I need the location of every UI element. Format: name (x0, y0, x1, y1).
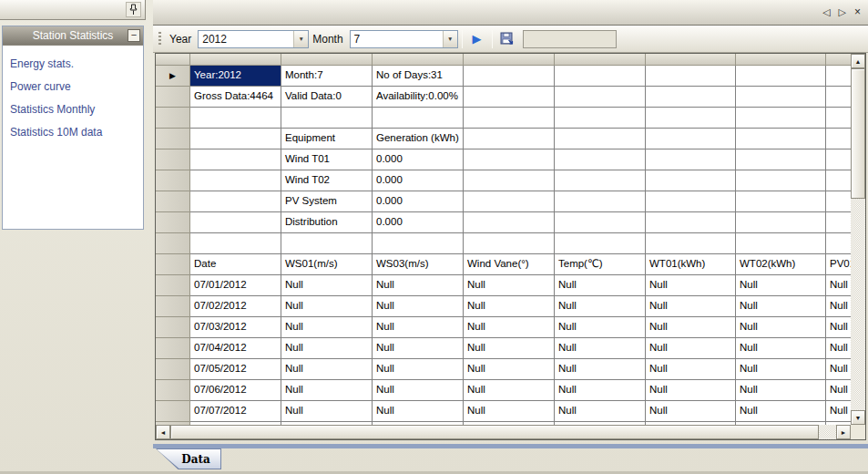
grid-cell[interactable]: Null (555, 317, 646, 338)
grid-cell[interactable] (826, 149, 851, 170)
grid-cell[interactable]: Null (646, 275, 736, 296)
grid-cell[interactable]: Null (373, 275, 464, 296)
grid-cell[interactable] (190, 212, 281, 233)
grid-cell[interactable]: Null (464, 359, 555, 380)
grid-cell[interactable] (555, 170, 646, 191)
grid-cell[interactable]: Null (826, 296, 851, 317)
vertical-scrollbar[interactable]: ▲ ▼ (851, 54, 865, 425)
corner-header[interactable] (156, 54, 190, 66)
grid-cell[interactable] (826, 191, 851, 212)
grid-cell[interactable]: Null (555, 380, 646, 401)
grid-cell[interactable]: Date (190, 254, 281, 275)
close-tab-icon[interactable]: × (854, 6, 861, 18)
grid-cell[interactable]: Null (464, 380, 555, 401)
year-combobox[interactable]: 2012 ▼ (198, 30, 309, 48)
column-header[interactable] (736, 54, 826, 66)
grid-cell[interactable]: Null (281, 359, 373, 380)
grid-cell[interactable]: Wind T01 (281, 149, 373, 170)
grid-cell[interactable] (826, 212, 851, 233)
grid-cell[interactable]: 07/05/2012 (190, 359, 281, 380)
grid-cell[interactable] (736, 212, 826, 233)
row-header[interactable] (156, 170, 190, 191)
sidebar-item-statistics-10m-data[interactable]: Statistics 10M data (3, 121, 143, 144)
grid-cell[interactable] (464, 191, 555, 212)
grid-cell[interactable]: Null (281, 317, 373, 338)
scroll-down-icon[interactable]: ▼ (851, 410, 865, 425)
grid-cell[interactable]: 07/07/2012 (190, 401, 281, 422)
grid-cell[interactable]: Generation (kWh) (373, 129, 464, 149)
grid-cell[interactable] (464, 129, 555, 149)
grid-cell[interactable] (736, 66, 826, 87)
grid-cell[interactable]: WS03(m/s) (373, 254, 464, 275)
grid-cell[interactable]: WT01(kWh) (646, 254, 736, 275)
grid-cell[interactable]: Null (555, 296, 646, 317)
grid-cell[interactable] (464, 212, 555, 233)
month-combobox[interactable]: 7 ▼ (350, 30, 458, 48)
sidebar-item-power-curve[interactable]: Power curve (3, 76, 143, 98)
row-header[interactable] (156, 275, 190, 296)
toolbar-grip[interactable] (158, 32, 161, 46)
row-header[interactable] (156, 87, 190, 108)
grid-cell[interactable]: Null (555, 275, 646, 296)
grid-cell[interactable] (736, 191, 826, 212)
grid-cell[interactable]: Null (281, 401, 373, 422)
grid-cell[interactable] (464, 87, 555, 108)
grid-cell[interactable] (555, 108, 646, 129)
toolbar-textbox[interactable] (523, 30, 617, 48)
grid-cell[interactable]: Null (464, 317, 555, 338)
grid-cell[interactable]: Null (464, 275, 555, 296)
grid-cell[interactable]: Wind T02 (281, 170, 373, 191)
grid-cell[interactable] (826, 66, 851, 87)
grid-cell[interactable] (646, 212, 736, 233)
vertical-scrollbar-thumb[interactable] (851, 68, 865, 199)
grid-cell[interactable] (646, 191, 736, 212)
grid-cell[interactable]: Valid Data:0 (281, 87, 373, 108)
pin-icon[interactable] (126, 2, 141, 17)
grid-cell[interactable] (646, 87, 736, 108)
grid-cell[interactable]: Null (826, 401, 851, 422)
scroll-tabs-right-icon[interactable]: ▷ (839, 6, 846, 18)
grid-cell[interactable]: 0.000 (373, 212, 464, 233)
grid-cell[interactable] (555, 212, 646, 233)
run-query-button[interactable]: ▶ (466, 29, 488, 49)
grid-cell[interactable]: Null (373, 317, 464, 338)
grid-cell[interactable] (373, 233, 464, 254)
grid-cell[interactable] (646, 149, 736, 170)
grid-cell[interactable] (464, 108, 555, 129)
grid-cell[interactable]: Null (281, 338, 373, 359)
grid-cell[interactable]: 0.000 (373, 191, 464, 212)
year-dropdown-icon[interactable]: ▼ (293, 31, 308, 47)
row-header[interactable] (156, 296, 190, 317)
sidebar-item-energy-stats[interactable]: Energy stats. (3, 53, 143, 76)
row-header[interactable] (156, 254, 190, 275)
scroll-right-icon[interactable]: ► (836, 425, 851, 439)
grid-cell[interactable]: 07/04/2012 (190, 338, 281, 359)
row-header[interactable] (156, 149, 190, 170)
row-header[interactable] (156, 359, 190, 380)
grid-cell[interactable]: Null (646, 401, 736, 422)
grid-cell[interactable] (190, 191, 281, 212)
grid-cell[interactable] (464, 170, 555, 191)
grid-cell[interactable] (555, 66, 646, 87)
grid-cell[interactable] (190, 149, 281, 170)
grid-cell[interactable]: WS01(m/s) (281, 254, 373, 275)
grid-cell[interactable]: Availability:0.00% (373, 87, 464, 108)
grid-cell[interactable]: Null (736, 380, 826, 401)
grid-cell[interactable] (190, 129, 281, 149)
grid-cell[interactable]: Null (736, 317, 826, 338)
grid-cell[interactable] (190, 108, 281, 129)
grid-cell[interactable]: Null (555, 338, 646, 359)
grid-cell[interactable] (555, 129, 646, 149)
grid-cell[interactable]: Null (373, 401, 464, 422)
column-header[interactable] (826, 54, 851, 66)
grid-cell[interactable]: Month:7 (281, 66, 373, 87)
data-view-tab[interactable]: Data (156, 448, 221, 469)
grid-cell[interactable] (736, 170, 826, 191)
grid-cell[interactable]: Null (555, 359, 646, 380)
grid-cell[interactable]: Null (826, 380, 851, 401)
grid-cell[interactable] (826, 233, 851, 254)
grid-cell[interactable] (190, 233, 281, 254)
grid-cell[interactable]: Null (646, 359, 736, 380)
save-button[interactable] (496, 29, 518, 49)
row-header[interactable] (156, 108, 190, 129)
